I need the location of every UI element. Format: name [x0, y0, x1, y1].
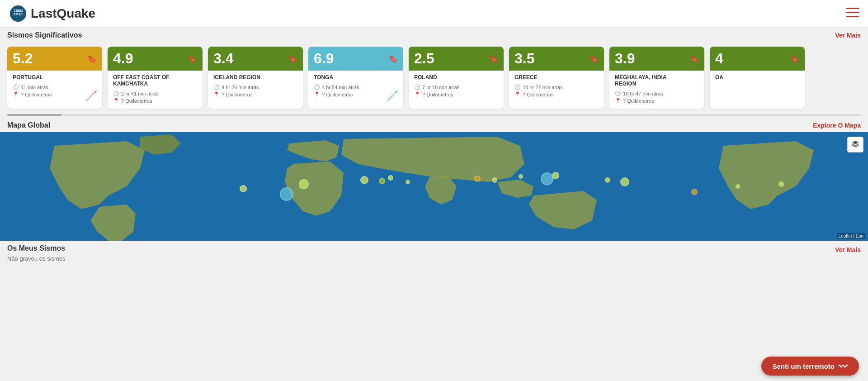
depth-detail: 📍 ? Quilómetros	[113, 98, 197, 104]
time-detail: 🕐 2 hr 51 min atrás	[113, 90, 197, 96]
clock-icon: 🕐	[514, 84, 521, 90]
card-body: MEGHALAYA, INDIA REGION 🕐 10 hr 47 min a…	[609, 71, 704, 109]
earthquakes-row: 5.2 🔖 PORTUGAL 🕐 11 min atrás 📍 ? Quilóm…	[7, 47, 805, 109]
clock-icon: 🕐	[13, 84, 19, 90]
clock-icon: 🕐	[113, 90, 119, 96]
felt-btn-label: Senti um terremoto	[772, 362, 835, 370]
clock-icon: 🕐	[615, 90, 621, 96]
clock-icon: 🕐	[314, 84, 320, 90]
svg-rect-5	[846, 16, 859, 17]
card-body: PORTUGAL 🕐 11 min atrás 📍 ? Quilómetros	[7, 71, 102, 107]
bookmark-icon[interactable]: 🔖	[388, 54, 398, 64]
my-eq-empty-text: Não gravou os sismos	[7, 255, 861, 262]
scroll-thumb	[7, 114, 61, 116]
hamburger-icon	[846, 8, 859, 18]
magnitude-value: 3.9	[615, 50, 635, 67]
magnitude-value: 3.5	[514, 50, 534, 67]
scroll-indicator	[7, 114, 861, 116]
wave-icon	[838, 362, 848, 370]
svg-rect-3	[846, 8, 859, 9]
map-layers-button[interactable]	[847, 137, 863, 152]
card-body: OA	[710, 71, 805, 107]
svg-line-11	[387, 92, 394, 100]
time-detail: 🕐 7 hr 18 min atrás	[414, 84, 498, 90]
depth-detail: 📍 ? Quilómetros	[213, 91, 297, 97]
depth-detail: 📍 ? Quilómetros	[615, 98, 699, 104]
location-name: PORTUGAL	[13, 74, 97, 81]
ver-mais-link[interactable]: Ver Mais	[835, 32, 861, 39]
card-header: 3.4 🔖	[208, 47, 303, 71]
magnitude-value: 4	[715, 50, 723, 67]
earthquake-card[interactable]: 4 🔖 OA	[710, 47, 805, 109]
location-icon: 📍	[13, 91, 19, 97]
seismograph-arrow-icon	[385, 89, 400, 103]
layers-icon	[851, 140, 859, 148]
csem-logo-icon: CSEM EMSC	[9, 5, 27, 23]
app-title: LastQuake	[31, 6, 95, 21]
location-name: ICELAND REGION	[213, 74, 297, 81]
earthquake-card[interactable]: 2.5 🔖 POLAND 🕐 7 hr 18 min atrás 📍 ? Qui…	[409, 47, 504, 109]
card-header: 3.5 🔖	[509, 47, 604, 71]
earthquake-card[interactable]: 3.9 🔖 MEGHALAYA, INDIA REGION 🕐 10 hr 47…	[609, 47, 704, 109]
earthquake-card[interactable]: 6.9 🔖 TONGA 🕐 4 hr 54 min atrás 📍 ? Quil…	[308, 47, 403, 109]
clock-icon: 🕐	[213, 84, 220, 90]
magnitude-value: 3.4	[213, 50, 233, 67]
bookmark-icon[interactable]: 🔖	[689, 54, 699, 64]
svg-text:EMSC: EMSC	[14, 13, 23, 16]
earthquakes-scroll-container[interactable]: 5.2 🔖 PORTUGAL 🕐 11 min atrás 📍 ? Quilóm…	[0, 43, 868, 114]
card-header: 4 🔖	[710, 47, 805, 71]
my-eq-ver-mais[interactable]: Ver Mais	[835, 246, 861, 253]
card-body: TONGA 🕐 4 hr 54 min atrás 📍 ? Quilómetro…	[308, 71, 403, 107]
magnitude-value: 4.9	[113, 50, 133, 67]
earthquake-card[interactable]: 5.2 🔖 PORTUGAL 🕐 11 min atrás 📍 ? Quilóm…	[7, 47, 102, 109]
location-icon: 📍	[615, 98, 621, 104]
depth-detail: 📍 ? Quilómetros	[414, 91, 498, 97]
map-container[interactable]: Leaflet | Esri	[0, 132, 868, 241]
bookmark-icon[interactable]: 🔖	[87, 54, 97, 64]
location-name: OA	[715, 74, 799, 81]
clock-icon: 🕐	[414, 84, 420, 90]
logo-container: CSEM EMSC LastQuake	[9, 5, 95, 23]
map-attribution: Leaflet | Esri	[837, 233, 865, 239]
location-name: GREECE	[514, 74, 599, 81]
earthquake-card[interactable]: 3.4 🔖 ICELAND REGION 🕐 4 hr 26 min atrás…	[208, 47, 303, 109]
bookmark-icon[interactable]: 🔖	[288, 54, 297, 64]
svg-text:CSEM: CSEM	[14, 9, 23, 12]
depth-detail: 📍 ? Quilómetros	[514, 91, 599, 97]
location-icon: 📍	[314, 91, 320, 97]
significant-section-header: Sismos Significativos Ver Mais	[0, 28, 868, 43]
location-name: MEGHALAYA, INDIA REGION	[615, 74, 699, 87]
bookmark-icon[interactable]: 🔖	[789, 54, 799, 64]
location-name: OFF EAST COAST OF KAMCHATKA	[113, 74, 197, 87]
svg-line-8	[86, 92, 93, 100]
bottom-bar: Senti um terremoto	[761, 351, 859, 381]
card-body: ICELAND REGION 🕐 4 hr 26 min atrás 📍 ? Q…	[208, 71, 303, 107]
earthquake-card[interactable]: 4.9 🔖 OFF EAST COAST OF KAMCHATKA 🕐 2 hr…	[108, 47, 203, 109]
card-body: POLAND 🕐 7 hr 18 min atrás 📍 ? Quilómetr…	[409, 71, 504, 107]
svg-rect-4	[846, 12, 859, 13]
magnitude-value: 5.2	[13, 50, 33, 67]
significant-title: Sismos Significativos	[7, 31, 82, 39]
felt-earthquake-button[interactable]: Senti um terremoto	[761, 357, 859, 376]
card-header: 6.9 🔖	[308, 47, 403, 71]
world-map-svg	[0, 132, 868, 241]
location-icon: 📍	[213, 91, 220, 97]
menu-button[interactable]	[846, 8, 859, 19]
my-eq-title: Os Meus Sismos	[7, 244, 65, 252]
bookmark-icon[interactable]: 🔖	[488, 54, 498, 64]
explore-map-link[interactable]: Explore O Mapa	[813, 122, 861, 129]
location-name: TONGA	[314, 74, 398, 81]
magnitude-value: 2.5	[414, 50, 434, 67]
location-icon: 📍	[113, 98, 119, 104]
time-detail: 🕐 10 hr 27 min atrás	[514, 84, 599, 90]
location-icon: 📍	[514, 91, 521, 97]
my-earthquakes-section: Os Meus Sismos Ver Mais Não gravou os si…	[0, 241, 868, 266]
earthquake-card[interactable]: 3.5 🔖 GREECE 🕐 10 hr 27 min atrás 📍 ? Qu…	[509, 47, 604, 109]
time-detail: 🕐 10 hr 47 min atrás	[615, 90, 699, 96]
bookmark-icon[interactable]: 🔖	[589, 54, 599, 64]
card-header: 4.9 🔖	[108, 47, 203, 71]
map-section-header: Mapa Global Explore O Mapa	[0, 118, 868, 132]
time-detail: 🕐 4 hr 26 min atrás	[213, 84, 297, 90]
bookmark-icon[interactable]: 🔖	[187, 54, 197, 64]
card-header: 5.2 🔖	[7, 47, 102, 71]
